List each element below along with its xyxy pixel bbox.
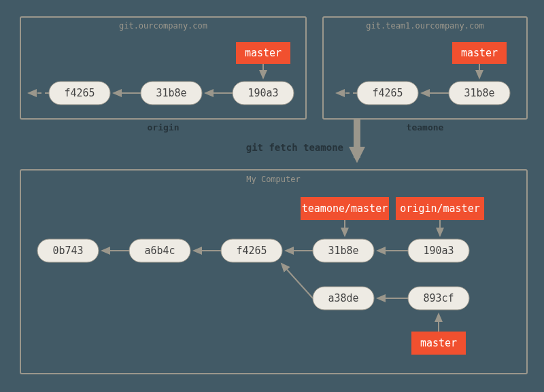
edge-l-a38de-f4265 — [282, 264, 313, 298]
origin-master-ref-label: master — [245, 47, 282, 59]
local-commit-a38de-label: a38de — [328, 292, 358, 304]
fetch-command: git fetch teamone — [246, 142, 343, 153]
origin-master-tracking-label: origin/master — [400, 202, 479, 215]
teamone-commit-f4265-label: f4265 — [372, 87, 403, 99]
local-commit-f4265-label: f4265 — [236, 245, 267, 257]
origin-url: git.ourcompany.com — [119, 21, 207, 31]
local-commit-190a3-label: 190a3 — [423, 245, 454, 257]
origin-caption: origin — [148, 122, 180, 132]
teamone-caption: teamone — [407, 122, 444, 132]
origin-commit-f4265-label: f4265 — [64, 87, 95, 99]
local-commit-893cf-label: 893cf — [423, 292, 454, 304]
git-fetch-diagram: git.ourcompany.com master f4265 31b8e 19… — [0, 0, 544, 392]
origin-commit-190a3-label: 190a3 — [248, 87, 278, 99]
teamone-commit-31b8e-label: 31b8e — [464, 87, 494, 99]
local-commit-0b743-label: 0b743 — [52, 245, 83, 257]
teamone-url: git.team1.ourcompany.com — [366, 21, 483, 31]
local-commit-31b8e-label: 31b8e — [328, 245, 358, 257]
teamone-master-tracking-label: teamone/master — [302, 202, 388, 215]
local-master-ref-label: master — [420, 337, 457, 349]
teamone-master-ref-label: master — [461, 47, 498, 59]
origin-commit-31b8e-label: 31b8e — [156, 87, 186, 99]
local-commit-a6b4c-label: a6b4c — [144, 245, 175, 257]
local-title: My Computer — [246, 175, 300, 184]
